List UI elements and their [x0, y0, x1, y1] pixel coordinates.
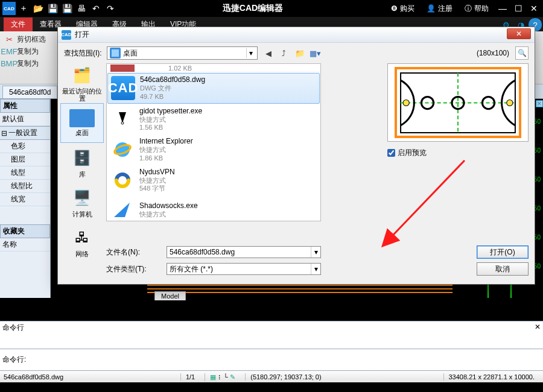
prop-lineweight[interactable]: 线宽 [0, 193, 50, 206]
look-in-label: 查找范围(I): [64, 48, 102, 58]
register-button[interactable]: 👤注册 [422, 2, 457, 15]
preview-box [387, 63, 529, 142]
desktop-place-icon [69, 109, 95, 127]
minimize-button[interactable]: — [496, 2, 509, 15]
prop-ltscale[interactable]: 线型比 [0, 180, 50, 193]
svg-point-10 [507, 100, 513, 106]
command-history: 命令行 ✕ [0, 321, 543, 349]
place-libraries[interactable]: 🗄️ 库 [60, 143, 104, 183]
status-tools: ▦ ⫶ └ ✎ [205, 373, 240, 381]
favorites-header: 收藏夹 [0, 224, 50, 238]
svg-point-9 [403, 100, 409, 106]
cmd-close-icon[interactable]: ✕ [535, 323, 541, 331]
shadowsocks-icon [110, 198, 135, 221]
dialog-nav-icons: ◀ ⤴ 📁 ▦▾ [262, 47, 322, 59]
status-coords: (5180.297; 19037.13; 0) [245, 373, 326, 381]
status-bar: 546ca68df0d58.dwg 1/1 ▦ ⫶ └ ✎ (5180.297;… [0, 371, 543, 383]
info-icon: ⓘ [465, 4, 472, 14]
status-extent: 33408.21 x 22871.1 x 10000. [443, 373, 540, 381]
dialog-titlebar[interactable]: CAD 打开 ✕ [58, 27, 535, 43]
filetype-chevron-icon[interactable]: ▾ [311, 264, 320, 274]
network-icon: 🖧 [70, 227, 94, 248]
name-column-header: 名称 [0, 238, 50, 251]
save-icon[interactable]: 💾 [46, 2, 59, 15]
place-network[interactable]: 🖧 网络 [60, 223, 104, 262]
file-list[interactable]: 1.02 KB CAD 546ca68df0d58.dwg DWG 文件 49.… [106, 63, 321, 221]
open-dialog: CAD 打开 ✕ 查找范围(I): 桌面 ▾ ◀ ⤴ 📁 ▦▾ (180x100… [57, 27, 535, 285]
dialog-top-row: 查找范围(I): 桌面 ▾ ◀ ⤴ 📁 ▦▾ (180x100) 🔍 [58, 43, 535, 63]
file-item-ie[interactable]: Internet Explorer 快捷方式 1.86 KB [107, 134, 320, 165]
desktop-icon [110, 48, 121, 58]
close-app-button[interactable]: ✕ [527, 2, 541, 15]
props-default-header: 默认值 [0, 113, 50, 126]
tool2-icon[interactable]: ⫶ [218, 373, 221, 381]
command-area: 命令行 ✕ 命令行: 546ca68df0d58.dwg 1/1 ▦ ⫶ └ ✎… [0, 321, 543, 382]
filename-label: 文件名(N): [106, 247, 160, 258]
svg-point-0 [121, 122, 124, 124]
recent-icon: 🗂️ [70, 65, 94, 86]
ribbon-clip-frame[interactable]: ✂剪切框选 [4, 34, 46, 45]
dialog-app-icon: CAD [62, 30, 71, 40]
filename-combo[interactable]: 546ca68df0d58.dwg ▾ [167, 246, 321, 258]
look-in-combo[interactable]: 桌面 ▾ [107, 46, 258, 60]
help-button[interactable]: ⓘ帮助 [460, 2, 494, 15]
ribbon-copy-as-2[interactable]: BMP复制为 [4, 58, 46, 69]
cropped-file-icon [110, 65, 135, 72]
tool4-icon[interactable]: ✎ [230, 373, 235, 381]
viewmode-icon[interactable]: ▦▾ [310, 47, 322, 59]
saveas-icon[interactable]: 💾 [60, 2, 74, 15]
document-tab[interactable]: 546ca68df0d [2, 86, 57, 98]
app-icon[interactable]: CAD [2, 2, 16, 15]
collapse-icon: ⊟ [1, 129, 7, 138]
tool1-icon[interactable]: ▦ [210, 373, 216, 381]
tab-file[interactable]: 文件 [4, 17, 33, 31]
pen-file-icon [110, 107, 135, 131]
new-icon[interactable]: ＋ [17, 2, 30, 15]
place-desktop[interactable]: 桌面 [60, 103, 104, 143]
app-title: 迅捷CAD编辑器 [119, 3, 386, 14]
ribbon-copy-as-1[interactable]: EMF复制为 [4, 46, 46, 57]
dialog-close-button[interactable]: ✕ [507, 28, 531, 39]
up-icon[interactable]: ⤴ [278, 47, 290, 59]
prop-color[interactable]: 色彩 [0, 140, 50, 153]
prop-layer[interactable]: 图层 [0, 153, 50, 166]
cmd-prompt-label: 命令行: [2, 355, 26, 365]
newfolder-icon[interactable]: 📁 [294, 47, 306, 59]
chevron-down-icon[interactable]: ▾ [246, 48, 256, 58]
magnify-button[interactable]: 🔍 [515, 46, 529, 60]
filetype-label: 文件类型(T): [106, 264, 160, 274]
file-item-shadowsocks[interactable]: Shadowsocks.exe 快捷方式 [107, 195, 320, 221]
maximize-button[interactable]: ☐ [512, 2, 525, 15]
tool3-icon[interactable]: └ [223, 373, 228, 381]
coin-icon: ❽ [391, 4, 398, 13]
file-item-dwg[interactable]: CAD 546ca68df0d58.dwg DWG 文件 49.7 KB [107, 73, 320, 104]
place-computer[interactable]: 🖥️ 计算机 [60, 183, 104, 223]
enable-preview-input[interactable] [387, 149, 395, 157]
open-icon[interactable]: 📂 [31, 2, 45, 15]
file-item-gidot[interactable]: gidot typesetter.exe 快捷方式 1.56 KB [107, 104, 320, 135]
bmp-icon: BMP [4, 58, 14, 69]
model-tab[interactable]: Model [154, 291, 186, 300]
look-in-value: 桌面 [123, 48, 138, 58]
filetype-combo[interactable]: 所有文件 (*.*) ▾ [167, 263, 321, 275]
cmd-history-label: 命令行 [2, 323, 24, 333]
file-item-cropped[interactable]: 1.02 KB [107, 64, 320, 72]
places-bar: 🗂️ 最近访问的位置 桌面 🗄️ 库 🖥️ 计算机 🖧 网络 [60, 63, 104, 279]
enable-preview-checkbox[interactable]: 启用预览 [387, 148, 529, 158]
filename-chevron-icon[interactable]: ▾ [311, 247, 320, 258]
props-general-group[interactable]: ⊟一般设置 [0, 126, 50, 140]
back-icon[interactable]: ◀ [262, 47, 275, 59]
redo-icon[interactable]: ↷ [104, 2, 117, 15]
file-item-nydus[interactable]: NydusVPN 快捷方式 548 字节 [107, 165, 320, 196]
prop-linetype[interactable]: 线型 [0, 166, 50, 180]
buy-button[interactable]: ❽购买 [386, 2, 419, 15]
print-icon[interactable]: 🖶 [75, 2, 88, 15]
cad-file-icon: CAD [111, 76, 135, 100]
open-button[interactable]: 打开(O) [477, 245, 529, 259]
place-recent[interactable]: 🗂️ 最近访问的位置 [60, 63, 104, 103]
preview-dim-label: (180x100) [477, 49, 509, 57]
props-attr-header: 属性 [0, 99, 50, 113]
undo-icon[interactable]: ↶ [89, 2, 103, 15]
libraries-icon: 🗄️ [70, 147, 94, 169]
cancel-button[interactable]: 取消 [477, 262, 529, 276]
